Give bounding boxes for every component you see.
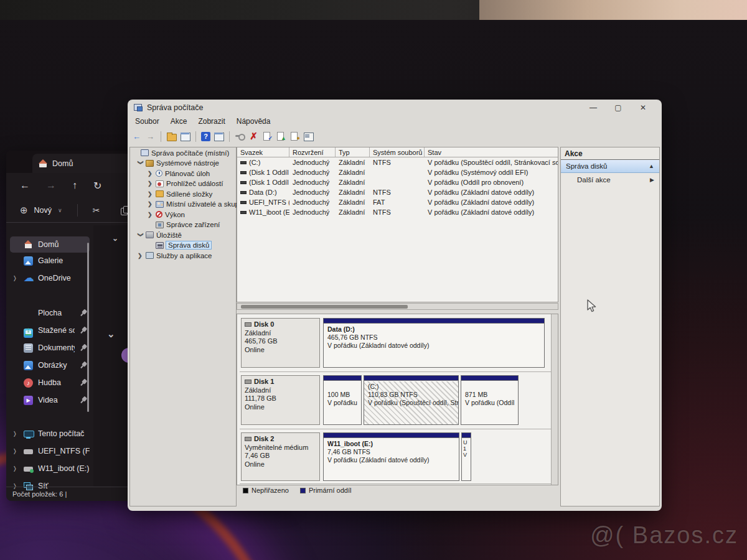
- sidebar-item-onedrive[interactable]: ❭ ☁ OneDrive: [10, 270, 90, 286]
- sidebar-scrollbar[interactable]: [87, 243, 89, 412]
- menu-soubor[interactable]: Soubor: [130, 116, 164, 128]
- chevron-right-icon[interactable]: ❯: [148, 201, 153, 207]
- chevron-right-icon[interactable]: ❯: [138, 253, 143, 259]
- menu-bar: Soubor Akce Zobrazit Nápověda: [130, 116, 275, 128]
- menu-zobrazit[interactable]: Zobrazit: [193, 116, 230, 128]
- unallocated-swatch: [243, 488, 248, 493]
- sidebar-item-w11-iboot[interactable]: ❭ W11_iboot (E:): [10, 460, 90, 477]
- minimize-button[interactable]: —: [581, 100, 606, 116]
- sidebar-item-pictures[interactable]: Obrázky: [10, 357, 90, 373]
- chevron-right-icon[interactable]: ❭: [12, 431, 19, 437]
- primary-partition-strip: [364, 376, 458, 381]
- tree-item-storage[interactable]: ❯ Úložiště: [130, 230, 236, 240]
- forward-icon[interactable]: →: [145, 131, 156, 141]
- tree-item-local-users[interactable]: ❯ Místní uživatelé a skupi: [130, 199, 236, 209]
- sidebar-item-this-pc[interactable]: ❭ Tento počítač: [10, 426, 90, 442]
- up-icon[interactable]: ↑: [72, 180, 77, 191]
- delete-icon[interactable]: ✗: [248, 131, 259, 141]
- menu-akce[interactable]: Akce: [166, 116, 192, 128]
- disk1-label[interactable]: Disk 1 Základní 111,78 GB Online: [241, 375, 320, 425]
- tree-item-disk-management[interactable]: ❯ Správa disků: [130, 240, 236, 250]
- forward-icon[interactable]: →: [46, 180, 56, 191]
- chevron-down-icon[interactable]: ⌄: [107, 329, 115, 340]
- folder-icon[interactable]: [166, 131, 177, 141]
- sidebar-item-uefi-ntfs[interactable]: ❭ UEFI_NTFS (F:): [10, 443, 90, 459]
- close-button[interactable]: ✕: [631, 100, 655, 116]
- maximize-button[interactable]: ▢: [606, 100, 631, 116]
- horizontal-scrollbar[interactable]: [237, 303, 558, 310]
- tree-item-performance[interactable]: ❯ Výkon: [130, 210, 236, 220]
- chevron-down-icon[interactable]: ⌄: [112, 234, 118, 243]
- tree-item-task-scheduler[interactable]: ❯ Plánovač úloh: [130, 169, 236, 179]
- sidebar-item-videos[interactable]: ▶ Videa: [10, 392, 90, 408]
- volume-row-disk1-part4[interactable]: (Disk 1 Oddíl 4) JednoduchýZákladní V po…: [237, 177, 558, 187]
- partition-c-selected[interactable]: (C:) 110,83 GB NTFS V pořádku (Spouštěcí…: [364, 375, 459, 425]
- volume-list-header[interactable]: Svazek Rozvržení Typ Systém souborů Stav: [237, 147, 558, 157]
- export-document-icon[interactable]: ▲: [276, 131, 286, 141]
- chevron-right-icon[interactable]: ❭: [12, 275, 19, 281]
- home-icon: [24, 240, 33, 250]
- explorer-tab-home[interactable]: Domů: [32, 154, 137, 173]
- actions-item-more[interactable]: Další akce ▶: [561, 173, 659, 186]
- volume-row-data[interactable]: Data (D:) JednoduchýZákladní NTFSV pořád…: [237, 187, 558, 197]
- disk0-label[interactable]: Disk 0 Základní 465,76 GB Online: [241, 318, 320, 368]
- vertical-scrollbar[interactable]: [551, 314, 558, 485]
- partition-recovery[interactable]: 871 MB V pořádku (Oddíl: [461, 375, 519, 425]
- disk2-label[interactable]: Disk 2 Vyměnitelné médium 7,46 GB Online: [241, 432, 320, 481]
- help-icon[interactable]: ?: [201, 132, 210, 141]
- tree-item-system-tools[interactable]: ❯ Systémové nástroje: [130, 158, 236, 168]
- plus-icon[interactable]: ⊕: [20, 205, 28, 216]
- chevron-right-icon[interactable]: ❭: [12, 448, 19, 454]
- partition-w11-iboot[interactable]: W11_iboot (E:) 7,46 GB NTFS V pořádku (Z…: [323, 432, 459, 481]
- partition-uefi-ntfs-narrow[interactable]: U 1 V: [461, 432, 471, 481]
- chevron-right-icon[interactable]: ❯: [148, 170, 153, 177]
- tree-item-shared-folders[interactable]: ❯ Sdílené složky: [130, 189, 236, 199]
- chevron-down-icon[interactable]: ❯: [138, 232, 144, 238]
- volume-row-c[interactable]: (C:) JednoduchýZákladní NTFSV pořádku (S…: [237, 157, 558, 167]
- console-window-icon[interactable]: [214, 131, 224, 141]
- chevron-down-icon[interactable]: ❯: [138, 161, 144, 166]
- cut-icon[interactable]: ✂: [93, 205, 100, 215]
- refresh-icon[interactable]: ↻: [93, 180, 101, 192]
- screen-photo: Domů ← → ↑ ↻ ⊕ Nový ∨ ✂ Dom: [0, 0, 747, 560]
- back-icon[interactable]: ←: [131, 131, 142, 141]
- settings-icon[interactable]: [235, 131, 245, 141]
- tree-item-services-apps[interactable]: ❯ Služby a aplikace: [130, 251, 236, 261]
- sidebar-item-documents[interactable]: Dokumenty: [10, 340, 90, 356]
- sidebar-item-gallery[interactable]: Galerie: [10, 253, 90, 269]
- disk-management-icon: [156, 242, 164, 249]
- chevron-down-icon[interactable]: ∨: [58, 207, 62, 213]
- explorer-sidebar: Domů Galerie ❭ ☁ OneDrive Plocha ↓: [10, 225, 91, 487]
- list-view-icon[interactable]: [180, 131, 190, 141]
- check-document-icon[interactable]: ✓: [262, 131, 273, 141]
- volume-row-uefi-ntfs[interactable]: UEFI_NTFS (F:) JednoduchýZákladní FATV p…: [237, 197, 558, 207]
- sidebar-item-desktop[interactable]: Plocha: [10, 305, 90, 321]
- properties-icon[interactable]: [303, 131, 314, 141]
- scrollbar-thumb[interactable]: [241, 305, 408, 309]
- pictures-icon: [24, 361, 33, 370]
- collapse-arrow-icon[interactable]: ▲: [649, 163, 654, 169]
- volume-row-w11-iboot[interactable]: W11_iboot (E:) JednoduchýZákladní NTFSV …: [237, 207, 558, 217]
- sidebar-item-home[interactable]: Domů: [10, 236, 90, 253]
- partition-efi[interactable]: 100 MB V pořádku: [323, 375, 362, 425]
- actions-group-disk-management[interactable]: Správa disků ▲: [561, 160, 659, 173]
- chevron-right-icon[interactable]: ❯: [148, 212, 153, 218]
- search-document-icon[interactable]: ●: [289, 131, 300, 141]
- tree-item-event-viewer[interactable]: ❯ Prohlížeč událostí: [130, 179, 236, 189]
- chevron-right-icon[interactable]: ❯: [148, 180, 153, 187]
- event-viewer-icon: [156, 180, 164, 187]
- volume-row-disk1-part1[interactable]: (Disk 1 Oddíl 1) JednoduchýZákladní V po…: [237, 167, 558, 177]
- sidebar-item-downloads[interactable]: ↓ Stažené soub: [10, 322, 90, 338]
- chevron-right-icon[interactable]: ❭: [12, 465, 19, 472]
- sidebar-item-music[interactable]: ♪ Hudba: [10, 375, 90, 391]
- new-button[interactable]: Nový: [34, 206, 52, 215]
- partition-data-d[interactable]: Data (D:) 465,76 GB NTFS V pořádku (Zákl…: [323, 318, 545, 368]
- console-tree: ❯ Správa počítače (místní) ❯ Systémové n…: [129, 147, 237, 506]
- tree-item-computer-management[interactable]: ❯ Správa počítače (místní): [130, 148, 236, 158]
- tree-item-device-manager[interactable]: ❯ Správce zařízení: [130, 220, 236, 230]
- back-icon[interactable]: ←: [20, 180, 30, 191]
- menu-napoveda[interactable]: Nápověda: [232, 116, 276, 128]
- download-icon: ↓: [24, 326, 33, 335]
- chevron-right-icon[interactable]: ❯: [148, 191, 153, 197]
- primary-partition-strip: [462, 433, 471, 438]
